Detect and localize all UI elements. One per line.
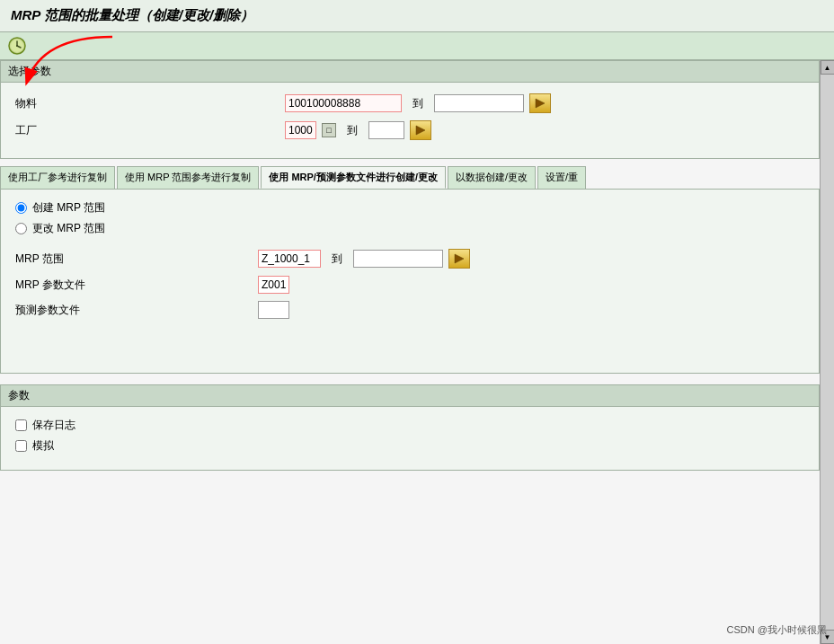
scroll-up-button[interactable]: ▲ bbox=[821, 60, 835, 75]
title-bar: MRP 范围的批量处理（创建/更改/删除） bbox=[0, 0, 834, 32]
svg-marker-6 bbox=[536, 99, 545, 108]
main-content: 选择参数 物料 到 bbox=[0, 60, 834, 644]
select-params-header: 选择参数 bbox=[0, 60, 820, 83]
plant-search-button[interactable]: □ bbox=[322, 123, 336, 137]
radio-modify-label: 更改 MRP 范围 bbox=[32, 221, 105, 236]
plant-to-input[interactable] bbox=[368, 121, 404, 139]
tab-use-plant-ref[interactable]: 使用工厂参考进行复制 bbox=[0, 166, 115, 189]
svg-point-4 bbox=[16, 45, 18, 47]
save-log-row: 保存日志 bbox=[15, 418, 804, 433]
simulate-label: 模拟 bbox=[32, 438, 54, 454]
scrollbar[interactable]: ▲ ▼ bbox=[820, 60, 834, 644]
material-row: 物料 到 bbox=[15, 93, 804, 113]
page-title: MRP 范围的批量处理（创建/更改/删除） bbox=[11, 7, 823, 24]
mrp-range-to-label: 到 bbox=[332, 251, 342, 267]
select-params-section: 选择参数 物料 到 bbox=[0, 60, 820, 159]
material-label: 物料 bbox=[15, 96, 69, 111]
material-to-label: 到 bbox=[413, 96, 423, 111]
watermark: CSDN @我小时候很黑 bbox=[727, 623, 827, 637]
svg-marker-7 bbox=[416, 126, 425, 135]
mrp-params-label: MRP 参数文件 bbox=[15, 278, 96, 293]
save-log-label: 保存日志 bbox=[32, 418, 75, 433]
mrp-range-label: MRP 范围 bbox=[15, 251, 96, 267]
plant-input-group: □ 到 bbox=[285, 120, 804, 140]
mrp-range-to-input[interactable] bbox=[353, 250, 443, 268]
params-header: 参数 bbox=[0, 384, 820, 407]
mrp-params-inputs bbox=[258, 276, 289, 294]
content-area: 选择参数 物料 到 bbox=[0, 60, 820, 644]
plant-to-label: 到 bbox=[347, 123, 358, 138]
mrp-range-match-button[interactable] bbox=[448, 249, 470, 269]
radio-create[interactable] bbox=[15, 202, 27, 214]
radio-create-row: 创建 MRP 范围 bbox=[15, 200, 804, 216]
material-to-input[interactable] bbox=[434, 94, 524, 112]
save-log-checkbox[interactable] bbox=[15, 419, 27, 431]
material-match-button[interactable] bbox=[529, 93, 551, 113]
select-params-content: 物料 到 bbox=[0, 83, 820, 159]
forecast-params-input[interactable] bbox=[258, 301, 289, 319]
tabs-container: 使用工厂参考进行复制 使用 MRP 范围参考进行复制 使用 MRP/预测参数文件… bbox=[0, 166, 820, 189]
tab-use-mrp-forecast[interactable]: 使用 MRP/预测参数文件进行创建/更改 bbox=[261, 166, 446, 189]
forecast-params-label: 预测参数文件 bbox=[15, 303, 96, 318]
mrp-range-row: MRP 范围 到 bbox=[15, 249, 804, 269]
mrp-range-from-input[interactable] bbox=[258, 250, 321, 268]
mrp-params-input[interactable] bbox=[258, 276, 289, 294]
plant-match-button[interactable] bbox=[410, 120, 431, 140]
main-window: MRP 范围的批量处理（创建/更改/删除） bbox=[0, 0, 834, 644]
plant-row: 工厂 □ 到 bbox=[15, 120, 804, 140]
forecast-params-inputs bbox=[258, 301, 289, 319]
material-from-input[interactable] bbox=[285, 94, 402, 112]
plant-label: 工厂 bbox=[15, 123, 69, 138]
mrp-range-inputs: 到 bbox=[258, 249, 470, 269]
radio-create-label: 创建 MRP 范围 bbox=[32, 200, 105, 216]
toolbar bbox=[0, 32, 834, 60]
simulate-row: 模拟 bbox=[15, 438, 804, 454]
tab-settings[interactable]: 设置/重 bbox=[537, 166, 586, 189]
simulate-checkbox[interactable] bbox=[15, 440, 27, 452]
plant-from-input[interactable] bbox=[285, 121, 316, 139]
radio-group: 创建 MRP 范围 更改 MRP 范围 bbox=[15, 200, 804, 236]
svg-marker-8 bbox=[455, 254, 464, 263]
tab-content: 创建 MRP 范围 更改 MRP 范围 MRP 范围 到 bbox=[0, 189, 820, 374]
material-input-group: 到 bbox=[285, 93, 804, 113]
tab-use-mrp-ref[interactable]: 使用 MRP 范围参考进行复制 bbox=[117, 166, 259, 189]
forecast-params-row: 预测参数文件 bbox=[15, 301, 804, 319]
mrp-params-row: MRP 参数文件 bbox=[15, 276, 804, 294]
execute-button[interactable] bbox=[7, 36, 27, 56]
radio-modify-row: 更改 MRP 范围 bbox=[15, 221, 804, 236]
params-content: 保存日志 模拟 bbox=[0, 407, 820, 471]
tab-create-from-data[interactable]: 以数据创建/更改 bbox=[448, 166, 536, 189]
params-section: 参数 保存日志 模拟 bbox=[0, 384, 820, 471]
radio-modify[interactable] bbox=[15, 223, 27, 234]
